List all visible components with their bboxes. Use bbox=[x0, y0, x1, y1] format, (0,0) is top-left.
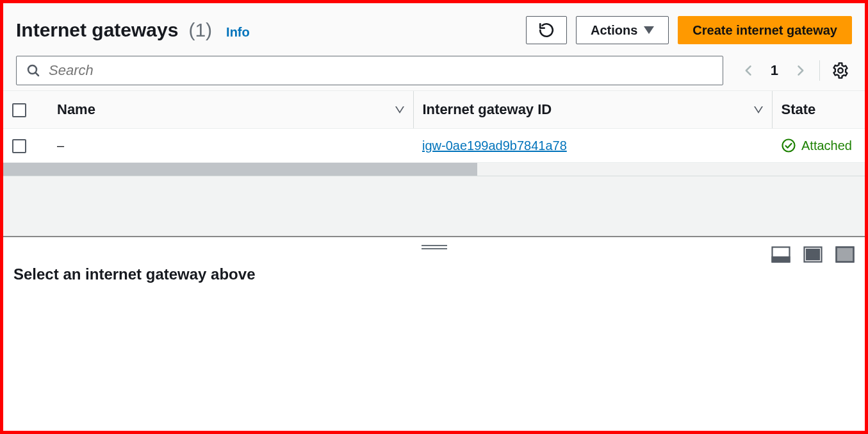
search-box[interactable] bbox=[16, 56, 723, 85]
internet-gateways-table: Name Internet gateway ID State bbox=[3, 91, 865, 176]
column-header-igw-id[interactable]: Internet gateway ID bbox=[423, 101, 763, 118]
svg-rect-7 bbox=[807, 249, 819, 260]
column-header-state-label: State bbox=[782, 101, 816, 118]
column-header-name[interactable]: Name bbox=[57, 101, 404, 118]
refresh-icon bbox=[538, 22, 555, 38]
search-input[interactable] bbox=[47, 62, 714, 79]
actions-dropdown-label: Actions bbox=[591, 23, 637, 38]
divider bbox=[819, 60, 820, 81]
row-state: Attached bbox=[781, 138, 865, 153]
table-row[interactable]: – igw-0ae199ad9b7841a78 bbox=[3, 129, 865, 163]
panel-layout-split-button[interactable] bbox=[803, 246, 823, 263]
row-state-text: Attached bbox=[801, 138, 852, 153]
svg-line-1 bbox=[35, 72, 38, 76]
status-attached-icon bbox=[781, 138, 796, 153]
details-empty-message: Select an internet gateway above bbox=[13, 265, 855, 283]
pagination: 1 bbox=[732, 58, 852, 83]
search-icon bbox=[26, 63, 41, 78]
create-internet-gateway-button[interactable]: Create internet gateway bbox=[678, 16, 852, 44]
actions-dropdown-button[interactable]: Actions bbox=[576, 16, 669, 44]
panel-gap bbox=[3, 176, 865, 237]
svg-point-2 bbox=[838, 68, 842, 72]
page-title: Internet gateways bbox=[16, 19, 178, 41]
table-settings-button[interactable] bbox=[829, 59, 852, 82]
panel-resize-handle[interactable] bbox=[422, 244, 447, 250]
create-internet-gateway-label: Create internet gateway bbox=[692, 23, 837, 38]
page-number: 1 bbox=[764, 62, 785, 79]
caret-down-icon bbox=[644, 26, 654, 34]
resource-count: (1) bbox=[188, 19, 212, 41]
sort-icon bbox=[754, 106, 763, 113]
svg-rect-9 bbox=[837, 247, 854, 262]
horizontal-scrollbar[interactable] bbox=[3, 163, 865, 176]
column-header-igw-id-label: Internet gateway ID bbox=[423, 101, 552, 118]
next-page-button[interactable] bbox=[790, 58, 810, 83]
sort-icon bbox=[395, 106, 404, 113]
row-select-checkbox[interactable] bbox=[12, 139, 26, 153]
info-link[interactable]: Info bbox=[226, 25, 250, 40]
select-all-checkbox[interactable] bbox=[12, 103, 26, 117]
column-header-state[interactable]: State bbox=[782, 101, 865, 118]
column-header-name-label: Name bbox=[57, 101, 95, 118]
prev-page-button[interactable] bbox=[739, 58, 759, 83]
panel-layout-full-button[interactable] bbox=[835, 246, 855, 263]
svg-point-3 bbox=[783, 140, 795, 152]
refresh-button[interactable] bbox=[526, 16, 567, 44]
svg-rect-5 bbox=[773, 257, 790, 262]
row-igw-id-link[interactable]: igw-0ae199ad9b7841a78 bbox=[422, 138, 567, 153]
row-name: – bbox=[57, 138, 64, 153]
horizontal-scrollbar-thumb[interactable] bbox=[3, 163, 477, 176]
panel-layout-bottom-button[interactable] bbox=[771, 246, 790, 263]
details-panel: Select an internet gateway above bbox=[3, 237, 865, 431]
